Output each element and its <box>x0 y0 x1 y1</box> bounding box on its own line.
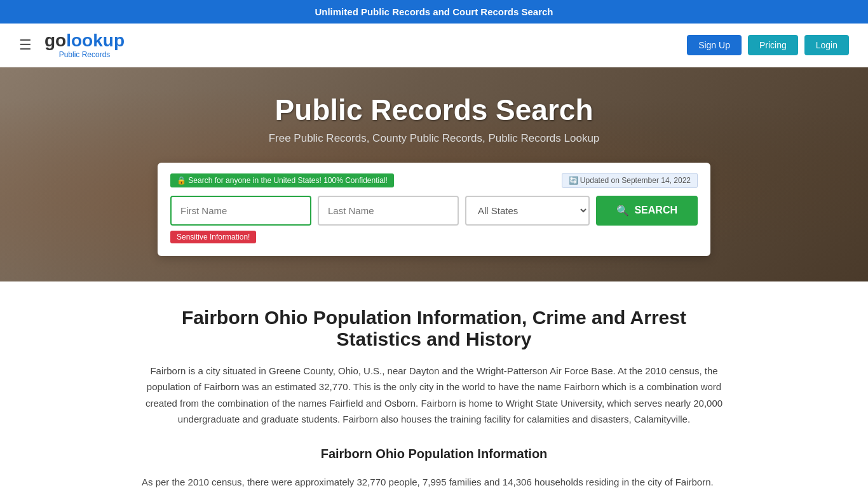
top-banner: Unlimited Public Records and Court Recor… <box>0 0 868 24</box>
login-button[interactable]: Login <box>804 35 849 55</box>
hero-section: Public Records Search Free Public Record… <box>0 67 868 281</box>
logo[interactable]: golookup Public Records <box>44 31 125 59</box>
search-card: 🔒 Search for anyone in the United States… <box>158 163 710 256</box>
search-fields: All States Alabama Alaska Arizona Califo… <box>170 196 698 226</box>
banner-text: Unlimited Public Records and Court Recor… <box>315 6 553 17</box>
search-button-label: SEARCH <box>634 205 677 216</box>
search-confidential-badge: 🔒 Search for anyone in the United States… <box>170 173 394 187</box>
content-sub-para: As per the 2010 census, there were appro… <box>142 474 726 488</box>
search-updated-badge: 🔄 Updated on September 14, 2022 <box>562 173 698 188</box>
search-icon: 🔍 <box>616 205 629 217</box>
pricing-button[interactable]: Pricing <box>748 35 798 55</box>
first-name-input[interactable] <box>170 196 311 226</box>
logo-text: golookup <box>44 31 125 51</box>
hero-title: Public Records Search <box>275 93 593 127</box>
header: ☰ golookup Public Records Sign Up Pricin… <box>0 24 868 67</box>
hero-subtitle: Free Public Records, County Public Recor… <box>269 132 600 145</box>
logo-subtitle: Public Records <box>44 51 125 59</box>
search-button[interactable]: 🔍 SEARCH <box>596 196 698 226</box>
content-main-para: Fairborn is a city situated in Greene Co… <box>142 363 726 428</box>
last-name-input[interactable] <box>318 196 459 226</box>
hamburger-icon[interactable]: ☰ <box>19 37 32 53</box>
main-content: Fairborn Ohio Population Information, Cr… <box>129 281 739 488</box>
header-buttons: Sign Up Pricing Login <box>687 35 849 55</box>
logo-go: go <box>44 30 66 50</box>
search-top-bar: 🔒 Search for anyone in the United States… <box>170 173 698 188</box>
content-main-title: Fairborn Ohio Population Information, Cr… <box>142 307 726 350</box>
header-left: ☰ golookup Public Records <box>19 31 125 59</box>
sensitive-badge: Sensitive Information! <box>170 231 256 243</box>
logo-lookup: lookup <box>66 30 125 50</box>
state-select[interactable]: All States Alabama Alaska Arizona Califo… <box>465 196 590 226</box>
sensitive-info-container: Sensitive Information! <box>170 231 698 243</box>
content-sub-title: Fairborn Ohio Population Information <box>142 447 726 461</box>
signup-button[interactable]: Sign Up <box>687 35 742 55</box>
